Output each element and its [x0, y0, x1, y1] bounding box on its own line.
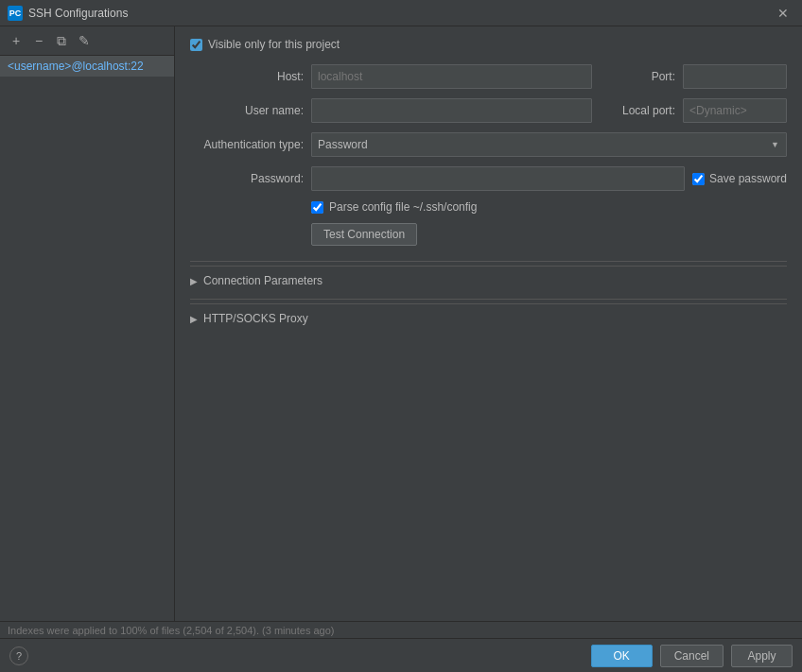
- bottom-bar: ? OK Cancel Apply: [0, 638, 802, 672]
- add-button[interactable]: +: [6, 30, 26, 51]
- http-proxy-label: HTTP/SOCKS Proxy: [203, 312, 308, 325]
- auth-type-select-wrapper: Password Key pair OpenSSH config and aut…: [311, 132, 787, 157]
- password-label: Password:: [190, 172, 304, 185]
- divider-2: [190, 299, 787, 300]
- password-row: Password: Save password: [190, 166, 787, 191]
- auth-type-label: Authentication type:: [190, 138, 304, 151]
- visible-only-row: Visible only for this project: [190, 38, 787, 51]
- help-button[interactable]: ?: [9, 646, 28, 665]
- password-input[interactable]: [311, 166, 685, 191]
- test-connection-button[interactable]: Test Connection: [311, 223, 417, 246]
- sidebar-item-ssh[interactable]: <username>@localhost:22: [0, 56, 174, 77]
- title-bar-left: PC SSH Configurations: [8, 6, 128, 21]
- toolbar: + − ⧉ ✎: [0, 26, 174, 56]
- username-label: User name:: [190, 104, 304, 117]
- parse-config-label: Parse config file ~/.ssh/config: [329, 200, 477, 214]
- right-panel: Visible only for this project Host: Port…: [175, 26, 802, 621]
- parse-config-row: Parse config file ~/.ssh/config: [311, 200, 787, 214]
- divider-1: [190, 261, 787, 262]
- host-port-row: Host: Port: 22: [190, 64, 787, 89]
- save-password-checkbox[interactable]: [692, 173, 705, 185]
- status-bar: Indexes were applied to 100% of files (2…: [0, 621, 802, 638]
- port-input[interactable]: 22: [683, 64, 787, 89]
- local-port-input[interactable]: [683, 98, 787, 123]
- host-label: Host:: [190, 70, 304, 83]
- status-text: Indexes were applied to 100% of files (2…: [8, 625, 335, 636]
- copy-button[interactable]: ⧉: [51, 30, 72, 51]
- connection-params-arrow: ▶: [190, 276, 198, 286]
- cancel-button[interactable]: Cancel: [660, 645, 724, 667]
- sidebar-list: <username>@localhost:22: [0, 56, 174, 621]
- edit-button[interactable]: ✎: [74, 30, 95, 51]
- remove-button[interactable]: −: [28, 30, 49, 51]
- auth-type-select[interactable]: Password Key pair OpenSSH config and aut…: [311, 132, 787, 157]
- action-buttons: OK Cancel Apply: [591, 645, 793, 667]
- auth-type-row: Authentication type: Password Key pair O…: [190, 132, 787, 157]
- port-label: Port:: [600, 70, 675, 83]
- username-input[interactable]: [311, 98, 592, 123]
- visible-only-checkbox[interactable]: [190, 39, 202, 51]
- host-input[interactable]: [311, 64, 592, 89]
- parse-config-checkbox[interactable]: [311, 201, 323, 214]
- connection-params-section[interactable]: ▶ Connection Parameters: [190, 266, 787, 295]
- left-panel: + − ⧉ ✎ <username>@localhost:22: [0, 26, 175, 621]
- save-password-group: Save password: [692, 172, 787, 185]
- username-localport-row: User name: Local port:: [190, 98, 787, 123]
- connection-params-label: Connection Parameters: [203, 274, 323, 287]
- ok-button[interactable]: OK: [591, 645, 653, 667]
- app-icon: PC: [8, 6, 23, 21]
- ssh-configurations-dialog: PC SSH Configurations ✕ + − ⧉ ✎ <usernam…: [0, 0, 802, 672]
- test-connection-row: Test Connection: [311, 223, 787, 246]
- apply-button[interactable]: Apply: [731, 645, 793, 667]
- visible-only-label: Visible only for this project: [208, 38, 340, 51]
- close-button[interactable]: ✕: [772, 4, 794, 23]
- http-proxy-arrow: ▶: [190, 314, 198, 324]
- local-port-label: Local port:: [600, 104, 675, 117]
- dialog-title: SSH Configurations: [28, 7, 128, 20]
- http-proxy-section[interactable]: ▶ HTTP/SOCKS Proxy: [190, 303, 787, 333]
- save-password-label: Save password: [709, 172, 787, 185]
- title-bar: PC SSH Configurations ✕: [0, 0, 802, 26]
